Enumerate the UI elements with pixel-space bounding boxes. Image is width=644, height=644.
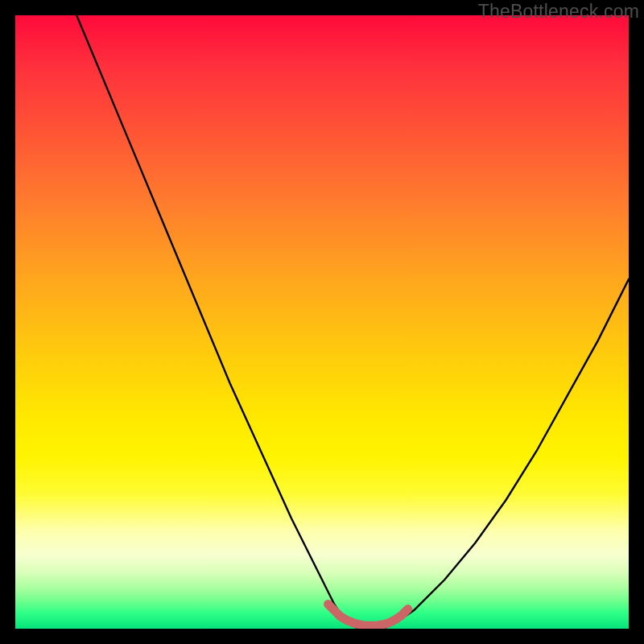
highlight-flat-zone-path <box>328 605 408 626</box>
chart-svg <box>15 15 629 629</box>
watermark-text: TheBottleneck.com <box>478 1 639 23</box>
bottleneck-curve-path <box>76 15 629 629</box>
chart-plot-area <box>15 15 629 629</box>
outer-frame: TheBottleneck.com <box>0 0 644 644</box>
